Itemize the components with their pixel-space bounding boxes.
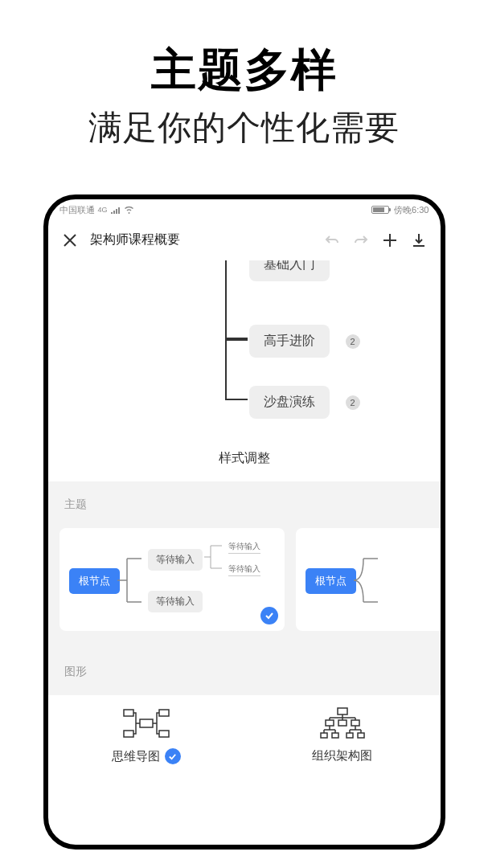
shape-label: 思维导图 <box>112 749 160 764</box>
svg-rect-2 <box>124 731 133 737</box>
mindmap-shape-icon <box>122 706 170 740</box>
phone-frame: 中国联通 4G 傍晚6:30 架构师课程概要 基础入门 高手进 <box>43 194 445 850</box>
section-header-shape: 图形 <box>48 649 441 695</box>
shape-option-org[interactable]: 组织架构图 <box>244 706 441 764</box>
check-icon <box>165 748 181 764</box>
status-bar: 中国联通 4G 傍晚6:30 <box>48 199 441 220</box>
redo-icon[interactable] <box>352 231 370 249</box>
hero-subtitle: 满足你的个性化需要 <box>88 105 400 150</box>
theme-card-selected[interactable]: 根节点 等待输入 等待输入 等待输入 等待输入 <box>59 528 285 631</box>
mindmap-canvas[interactable]: 基础入门 高手进阶 2 沙盘演练 2 <box>48 260 441 436</box>
close-icon[interactable] <box>61 231 79 249</box>
theme-sub-node: 等待输入 <box>148 549 203 571</box>
mindmap-node[interactable]: 基础入门 <box>249 260 330 281</box>
svg-rect-9 <box>321 733 327 738</box>
network-label: 4G <box>98 206 108 214</box>
shape-picker: 思维导图 组织架构图 <box>48 695 441 787</box>
battery-icon <box>371 206 389 214</box>
app-toolbar: 架构师课程概要 <box>48 220 441 260</box>
svg-rect-6 <box>326 720 334 726</box>
svg-rect-3 <box>159 710 169 716</box>
svg-rect-10 <box>332 733 338 738</box>
svg-rect-1 <box>124 710 133 716</box>
svg-rect-0 <box>140 719 153 727</box>
panel-title: 样式调整 <box>48 436 441 481</box>
shape-label: 组织架构图 <box>312 748 372 764</box>
theme-leaf-node: 等待输入 <box>228 541 260 554</box>
node-badge: 2 <box>346 334 360 349</box>
node-badge: 2 <box>346 395 360 410</box>
theme-leaf-node: 等待输入 <box>228 563 260 576</box>
svg-rect-8 <box>351 720 359 726</box>
theme-sub-node: 等待输入 <box>148 591 203 612</box>
mindmap-node[interactable]: 高手进阶 <box>249 325 330 358</box>
mindmap-node[interactable]: 沙盘演练 <box>249 386 330 419</box>
time-label: 傍晚6:30 <box>394 204 429 216</box>
svg-rect-7 <box>338 720 347 726</box>
add-icon[interactable] <box>381 231 399 249</box>
section-header-theme: 主题 <box>48 481 441 528</box>
theme-picker[interactable]: 根节点 等待输入 等待输入 等待输入 等待输入 根节点 <box>48 528 441 649</box>
svg-rect-11 <box>347 733 353 738</box>
download-icon[interactable] <box>410 231 428 249</box>
hero-title: 主题多样 <box>151 40 338 101</box>
theme-root-node: 根节点 <box>69 568 120 594</box>
theme-root-node: 根节点 <box>306 568 356 594</box>
svg-rect-12 <box>358 733 364 738</box>
wifi-icon <box>124 206 134 214</box>
svg-rect-5 <box>338 708 347 714</box>
theme-card[interactable]: 根节点 <box>296 528 441 631</box>
carrier-label: 中国联通 <box>59 204 95 216</box>
signal-icon <box>111 206 121 214</box>
document-title: 架构师课程概要 <box>90 231 312 248</box>
svg-rect-4 <box>159 731 169 737</box>
undo-icon[interactable] <box>323 231 341 249</box>
check-icon <box>260 607 278 624</box>
shape-option-mindmap[interactable]: 思维导图 <box>48 706 244 764</box>
org-shape-icon <box>318 706 367 740</box>
